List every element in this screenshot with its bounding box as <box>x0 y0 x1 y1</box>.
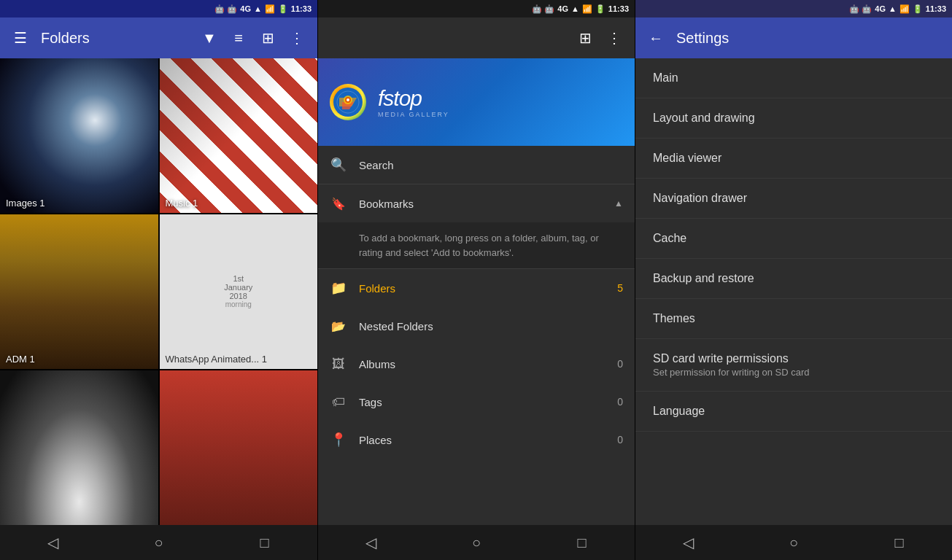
settings-layout-title: Layout and drawing <box>653 112 934 125</box>
bookmarks-icon: 🔖 <box>330 195 347 212</box>
home-button-2[interactable]: ○ <box>459 525 494 560</box>
android-icon-3: 🤖 <box>532 4 542 14</box>
status-icons-1: 4G ▲ 📶 🔋 11:33 <box>240 4 311 14</box>
expand-icon: ▲ <box>614 198 623 209</box>
cal-month: 1st <box>233 274 244 283</box>
drawer-bookmarks[interactable]: 🔖 Bookmarks ▲ <box>318 184 635 222</box>
places-count: 0 <box>617 434 623 446</box>
more-button-2[interactable]: ⋮ <box>605 29 623 47</box>
settings-backup[interactable]: Backup and restore <box>635 259 952 299</box>
nested-folders-icon: 📂 <box>330 317 347 335</box>
drawer-places[interactable]: 📍 Places 0 <box>318 421 635 459</box>
folder-music[interactable]: Music 1 <box>159 58 318 214</box>
back-icon[interactable]: ← <box>647 29 665 47</box>
settings-sdcard-title: SD card write permissions <box>653 352 934 365</box>
folder-images[interactable]: Images 1 <box>0 58 159 214</box>
settings-media-viewer[interactable]: Media viewer <box>635 139 952 179</box>
settings-layout[interactable]: Layout and drawing <box>635 98 952 139</box>
settings-nav-drawer[interactable]: Navigation drawer <box>635 179 952 219</box>
recents-button-3[interactable]: □ <box>882 525 917 560</box>
battery-icon-2: 🔋 <box>595 4 605 14</box>
home-button-1[interactable]: ○ <box>142 525 177 560</box>
folders-app-bar: ☰ Folders ▼ ≡ ⊞ ⋮ <box>0 18 317 58</box>
settings-media-viewer-title: Media viewer <box>653 152 934 165</box>
recents-button-2[interactable]: □ <box>565 525 600 560</box>
android-icon-1: 🤖 <box>214 4 225 14</box>
more-button-1[interactable]: ⋮ <box>288 29 306 47</box>
recents-button-1[interactable]: □ <box>247 525 282 560</box>
drawer-content: 🔍 Search 🔖 Bookmarks ▲ To add a bookmark… <box>318 146 635 525</box>
status-icons-2: 4G ▲ 📶 🔋 11:33 <box>557 4 629 14</box>
folders-count: 5 <box>617 282 623 294</box>
signal-icon-3: ▲ <box>889 4 897 13</box>
albums-count: 0 <box>617 358 623 370</box>
android-icon-5: 🤖 <box>849 4 859 14</box>
bottom-nav-2: ◁ ○ □ <box>318 525 635 560</box>
settings-panel: 🤖 🤖 4G ▲ 📶 🔋 11:33 ← Settings Main Layou… <box>635 0 952 560</box>
menu-button[interactable]: ☰ <box>12 29 29 47</box>
folders-icon: 📁 <box>330 279 347 297</box>
drawer-nested-folders[interactable]: 📂 Nested Folders <box>318 307 635 345</box>
settings-list: Main Layout and drawing Media viewer Nav… <box>635 58 952 525</box>
drawer-panel: 🤖 🤖 4G ▲ 📶 🔋 11:33 ⊞ ⋮ <box>317 0 635 560</box>
wifi-icon-1: 📶 <box>265 4 275 14</box>
back-button-3[interactable]: ◁ <box>670 525 705 560</box>
albums-label: Albums <box>359 358 605 370</box>
back-button-1[interactable]: ◁ <box>36 525 71 560</box>
settings-language[interactable]: Language <box>635 392 952 432</box>
bookmarks-hint: To add a bookmark, long press on a folde… <box>318 222 635 268</box>
fstop-title: fstop <box>378 86 422 111</box>
settings-themes-title: Themes <box>653 312 934 325</box>
drawer-folders[interactable]: 📁 Folders 5 <box>318 269 635 307</box>
search-label: Search <box>359 159 623 171</box>
bookmarks-label: Bookmarks <box>359 198 603 210</box>
settings-main-title: Main <box>653 71 934 85</box>
search-icon: 🔍 <box>330 156 347 174</box>
android-icons-2: 🤖 🤖 <box>532 4 554 14</box>
folder-man[interactable] <box>159 370 318 525</box>
places-label: Places <box>359 434 605 446</box>
nested-folders-label: Nested Folders <box>359 320 623 332</box>
filter-button[interactable]: ▼ <box>201 29 218 47</box>
settings-language-title: Language <box>653 405 934 418</box>
android-icon-6: 🤖 <box>862 4 872 14</box>
grid-button-1[interactable]: ⊞ <box>259 29 276 47</box>
folders-title: Folders <box>41 30 189 47</box>
back-button-2[interactable]: ◁ <box>353 525 388 560</box>
signal-icon-1: ▲ <box>254 4 262 13</box>
signal-label-2: 4G <box>557 4 568 13</box>
settings-nav-drawer-title: Navigation drawer <box>653 192 934 205</box>
folder-whatsapp[interactable]: 1st January 2018 morning WhatsApp Animat… <box>159 214 318 369</box>
android-icon-2: 🤖 <box>227 4 237 14</box>
android-icon-4: 🤖 <box>544 4 554 14</box>
folder-silhouette[interactable] <box>0 370 159 525</box>
svg-point-3 <box>347 98 349 101</box>
folder-images-label: Images 1 <box>6 198 44 209</box>
bottom-nav-3: ◁ ○ □ <box>635 525 952 560</box>
home-button-3[interactable]: ○ <box>776 525 811 560</box>
albums-icon: 🖼 <box>330 355 347 373</box>
settings-backup-title: Backup and restore <box>653 272 934 285</box>
settings-main[interactable]: Main <box>635 58 952 98</box>
grid-button-2[interactable]: ⊞ <box>576 29 594 47</box>
wifi-icon-3: 📶 <box>899 4 910 14</box>
bottom-nav-1: ◁ ○ □ <box>0 525 317 560</box>
settings-sdcard[interactable]: SD card write permissions Set permission… <box>635 339 952 392</box>
drawer-albums[interactable]: 🖼 Albums 0 <box>318 345 635 383</box>
settings-sdcard-subtitle: Set permission for writing on SD card <box>653 367 934 378</box>
settings-themes[interactable]: Themes <box>635 299 952 339</box>
signal-label-1: 4G <box>240 4 251 13</box>
settings-cache[interactable]: Cache <box>635 219 952 259</box>
sort-button[interactable]: ≡ <box>230 29 247 47</box>
status-bar-2: 🤖 🤖 4G ▲ 📶 🔋 11:33 <box>318 0 635 18</box>
tags-count: 0 <box>617 396 623 408</box>
cal-year: 2018 <box>230 292 247 300</box>
folders-panel: 🤖 🤖 4G ▲ 📶 🔋 11:33 ☰ Folders ▼ ≡ ⊞ ⋮ Ima… <box>0 0 317 560</box>
folders-label: Folders <box>359 282 605 295</box>
cal-day: January <box>224 283 252 292</box>
drawer-tags[interactable]: 🏷 Tags 0 <box>318 383 635 421</box>
drawer-search[interactable]: 🔍 Search <box>318 146 635 184</box>
folder-adm[interactable]: ADM 1 <box>0 214 159 369</box>
signal-icon-2: ▲ <box>571 4 579 13</box>
drawer-app-bar: ⊞ ⋮ <box>318 18 635 58</box>
